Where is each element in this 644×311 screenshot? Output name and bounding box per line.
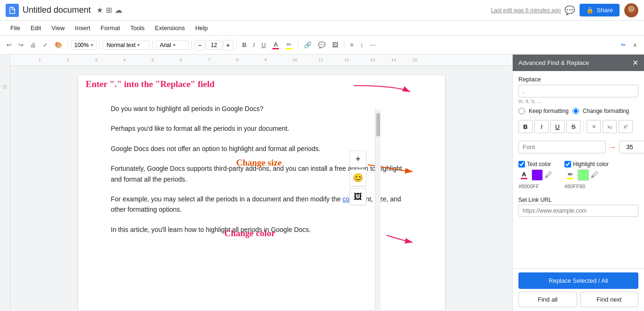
menu-edit[interactable]: Edit xyxy=(26,23,46,33)
share-button[interactable]: 🔒 Share xyxy=(580,4,620,16)
bold-button[interactable]: B xyxy=(239,40,249,50)
font-size-control: − + xyxy=(195,40,233,50)
highlight-color-checkbox[interactable] xyxy=(564,161,571,167)
menu-help[interactable]: Help xyxy=(191,23,213,33)
fmt-clear1-button[interactable]: ✕ xyxy=(587,120,601,133)
highlight-button[interactable]: ✏ xyxy=(283,39,295,51)
menu-file[interactable]: File xyxy=(6,23,25,33)
more-options-button[interactable]: ⋯ xyxy=(367,40,379,50)
text-color-swatch[interactable] xyxy=(532,169,543,181)
fmt-sep1 xyxy=(583,121,584,132)
emoji-button[interactable]: 😊 xyxy=(350,169,366,186)
comments-icon[interactable]: 💬 xyxy=(564,5,575,16)
menu-extensions[interactable]: Extensions xyxy=(150,23,190,33)
font-size-panel-input[interactable] xyxy=(619,141,644,153)
zoom-selector[interactable]: 100% ▾ xyxy=(71,40,96,50)
svg-text:11: 11 xyxy=(318,57,323,62)
change-formatting-radio[interactable] xyxy=(572,108,579,114)
fmt-bold-button[interactable]: B xyxy=(518,120,533,133)
replace-hint: \n, \t, \r, ... xyxy=(518,98,638,104)
style-selector[interactable]: Normal text ▾ xyxy=(103,40,150,50)
image-insert-button[interactable]: 🖼 xyxy=(350,188,366,205)
menu-view[interactable]: View xyxy=(47,23,69,33)
text-color-underbar xyxy=(272,48,279,49)
replace-input[interactable] xyxy=(518,85,638,97)
font-family-input[interactable] xyxy=(518,141,606,153)
highlight-color-label: Highlight color xyxy=(573,161,609,167)
replace-label: Replace xyxy=(518,76,638,83)
svg-text:1: 1 xyxy=(39,57,41,62)
style-value: Normal text xyxy=(107,42,135,48)
link-section: Set Link URL xyxy=(518,197,638,217)
doc-title: Untitled document xyxy=(23,5,91,15)
doc-scroll[interactable]: Do you want to highlight all periods in … xyxy=(10,66,512,311)
fmt-strike-button[interactable]: S xyxy=(566,120,580,133)
document-page: Do you want to highlight all periods in … xyxy=(78,75,445,311)
font-selector[interactable]: Arial ▾ xyxy=(156,40,189,50)
v-scrollbar[interactable] xyxy=(375,109,381,311)
svg-rect-2 xyxy=(10,55,512,66)
italic-button[interactable]: I xyxy=(250,40,258,50)
text-color-picker-icon[interactable]: 🖊 xyxy=(545,171,552,179)
cloud-icon[interactable]: ☁ xyxy=(115,6,122,15)
text-color-swatch-row: A 🖊 xyxy=(518,169,552,181)
replace-section: Replace \n, \t, \r, ... xyxy=(518,76,638,104)
add-content-button[interactable]: + xyxy=(350,151,366,167)
keep-formatting-radio[interactable] xyxy=(518,108,525,114)
page-break-icon: ≡ xyxy=(3,83,7,91)
panel-footer: Replace Selected / All Find all Find nex… xyxy=(513,268,644,311)
print-button[interactable]: 🖨 xyxy=(27,40,39,50)
align-button[interactable]: ≡ xyxy=(347,40,357,50)
panel-close-button[interactable]: ✕ xyxy=(632,58,638,67)
svg-text:2: 2 xyxy=(67,57,69,62)
spellcheck-button[interactable]: ✓ xyxy=(40,40,51,50)
replace-selected-all-button[interactable]: Replace Selected / All xyxy=(518,272,638,289)
pen-mode-button[interactable]: ✏ xyxy=(618,40,629,50)
underline-button[interactable]: U xyxy=(259,40,269,50)
last-edit-link[interactable]: Last edit was 6 minutes ago xyxy=(491,7,561,14)
highlight-color-swatch[interactable] xyxy=(578,169,589,181)
svg-text:8: 8 xyxy=(236,57,239,62)
link-button[interactable]: 🔗 xyxy=(301,40,314,50)
comment-toolbar-button[interactable]: 💬 xyxy=(315,40,328,50)
highlight-color-swatch-row: ✏ 🖊 xyxy=(564,169,609,181)
fmt-underline-button[interactable]: U xyxy=(550,120,564,133)
paintformat-button[interactable]: 🎨 xyxy=(52,40,65,50)
text-color-bar xyxy=(521,178,527,179)
fmt-subscript-button[interactable]: x₂ xyxy=(603,120,617,133)
header-right: 💬 🔒 Share xyxy=(564,3,638,17)
fmt-italic-button[interactable]: I xyxy=(534,120,549,133)
collapse-toolbar-button[interactable]: ∧ xyxy=(630,40,640,50)
left-margin: ≡ xyxy=(0,55,10,311)
text-color-checkbox[interactable] xyxy=(518,161,525,167)
ruler: 1 2 3 4 5 6 7 8 9 10 11 12 13 14 15 xyxy=(10,55,512,66)
redo-button[interactable]: ↪ xyxy=(16,40,26,50)
image-toolbar-button[interactable]: 🖼 xyxy=(329,40,341,50)
separator5 xyxy=(236,40,237,50)
highlight-color-group: Highlight color ✏ 🖊 #80FF80 xyxy=(564,161,609,189)
drive-icon[interactable]: ⊞ xyxy=(106,6,112,15)
find-all-button[interactable]: Find all xyxy=(518,292,577,307)
v-scrollbar-thumb[interactable] xyxy=(376,113,380,136)
undo-button[interactable]: ↩ xyxy=(4,40,15,50)
font-size-minus[interactable]: − xyxy=(195,40,205,50)
highlight-underbar xyxy=(286,48,292,49)
link-input[interactable] xyxy=(518,205,638,217)
fmt-superscript-button[interactable]: x² xyxy=(619,120,633,133)
highlight-bar xyxy=(567,178,573,179)
highlight-picker-icon[interactable]: 🖊 xyxy=(591,171,598,179)
svg-point-0 xyxy=(628,6,635,12)
menu-format[interactable]: Format xyxy=(96,23,125,33)
find-next-button[interactable]: Find next xyxy=(580,292,639,307)
svg-text:3: 3 xyxy=(95,57,97,62)
menu-tools[interactable]: Tools xyxy=(126,23,149,33)
menu-insert[interactable]: Insert xyxy=(70,23,95,33)
font-size-plus[interactable]: + xyxy=(223,40,233,50)
font-value: Arial xyxy=(160,42,171,48)
app-icon xyxy=(6,4,19,17)
text-color-button[interactable]: A xyxy=(270,39,282,51)
font-size-input[interactable] xyxy=(206,40,223,50)
star-icon[interactable]: ★ xyxy=(96,6,103,15)
spacing-button[interactable]: ↕ xyxy=(358,40,366,50)
user-avatar[interactable] xyxy=(624,3,638,17)
